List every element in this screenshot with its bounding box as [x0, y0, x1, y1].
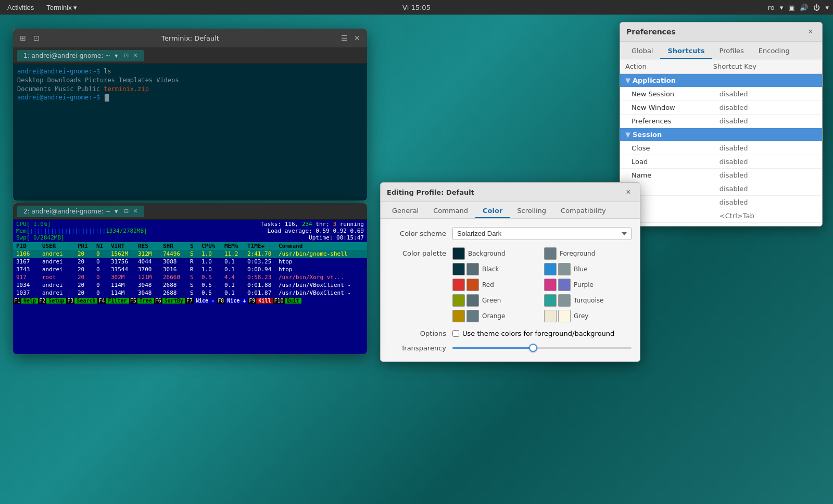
shortcut-row-name[interactable]: Name disabled — [620, 169, 822, 182]
shortcut-row-new-window[interactable]: New Window disabled — [620, 101, 822, 115]
term-line-2: Desktop Downloads Pictures Templates Vid… — [17, 76, 363, 85]
transparency-slider-container[interactable] — [452, 343, 632, 353]
palette-green: Green — [452, 294, 540, 307]
lang-indicator[interactable]: ro — [768, 4, 775, 11]
swatch-orange-2[interactable] — [466, 310, 479, 322]
swatch-blue-2[interactable] — [558, 263, 571, 275]
use-theme-colors-label[interactable]: Use theme colors for foreground/backgrou… — [452, 330, 614, 337]
terminal-tab-max-1[interactable]: ⊡ — [124, 52, 129, 59]
palette-grey: Grey — [544, 310, 632, 322]
terminal-add-tab-btn[interactable]: ⊞ — [17, 33, 29, 43]
swatch-red-1[interactable] — [452, 279, 465, 291]
palette-black: Black — [452, 263, 540, 275]
col-ni: NI — [96, 243, 107, 249]
tab-encoding[interactable]: Encoding — [751, 44, 797, 59]
preferences-title: Preferences — [626, 28, 676, 36]
col-cpu: CPU% — [201, 243, 220, 249]
swatch-grey-2[interactable] — [558, 310, 571, 322]
shortcut-row-close[interactable]: Close disabled — [620, 142, 822, 155]
htop-header: CPU[ 1.0%] Tasks: 116, 234 thr; 3 runnin… — [13, 220, 367, 242]
shortcut-row-ctrl-shift-tab[interactable]: <Ctrl><Shift>Tab — [620, 223, 822, 226]
label-blue: Blue — [574, 266, 588, 273]
shortcut-row-4[interactable]: disabled — [620, 182, 822, 196]
color-palette-label: Color palette — [389, 247, 446, 257]
shortcut-row-preferences[interactable]: Preferences disabled — [620, 115, 822, 128]
swatch-pair-grey — [544, 310, 571, 322]
preferences-content[interactable]: Action Shortcut Key ▼Application New Ses… — [620, 59, 822, 226]
swatch-foreground[interactable] — [544, 247, 557, 260]
profile-tab-color[interactable]: Color — [475, 204, 510, 218]
swatch-grey-1[interactable] — [544, 310, 557, 322]
swatch-black-1[interactable] — [452, 263, 465, 275]
profile-tabs-bar: General Command Color Scrolling Compatib… — [381, 202, 640, 219]
profile-tab-compatibility[interactable]: Compatibility — [553, 204, 613, 218]
htop-footer: F1Help F2Setup F3Search F4Filter F5Tree … — [13, 298, 367, 304]
htop-row-3[interactable]: 917 root 20 0 302M 121M 26660 S 0.5 4.4 … — [13, 273, 367, 281]
swatch-blue-1[interactable] — [544, 263, 557, 275]
htop-content[interactable]: CPU[ 1.0%] Tasks: 116, 234 thr; 3 runnin… — [13, 220, 367, 354]
htop-row-5[interactable]: 1037 andrei 20 0 114M 3048 2688 S 0.5 0.… — [13, 289, 367, 297]
terminal-tab-1[interactable]: 1: andrei@andrei-gnome: ~ ▾ ⊡ ✕ — [17, 50, 144, 61]
terminal-sync-btn[interactable]: ⊡ — [31, 33, 42, 43]
terminal-tab-close-1[interactable]: ✕ — [133, 52, 138, 59]
terminal-tab-2[interactable]: 2: andrei@andrei-gnome: ~ ▾ ⊡ ✕ — [17, 206, 144, 217]
profile-tab-scrolling[interactable]: Scrolling — [510, 204, 553, 218]
cursor-block — [105, 94, 109, 102]
terminal-window-1: ⊞ ⊡ Terminix: Default ☰ ✕ 1: andrei@andr… — [13, 29, 367, 200]
terminal-tab-close-2[interactable]: ✕ — [133, 208, 138, 215]
titlebar-right-icons-1: ☰ ✕ — [338, 33, 363, 43]
shortcut-row-ctrl-tab[interactable]: <Ctrl>Tab — [620, 209, 822, 223]
htop-cpu-row: CPU[ 1.0%] Tasks: 116, 234 thr; 3 runnin… — [16, 221, 364, 228]
palette-turquoise: Turquoise — [544, 294, 632, 307]
profile-tab-command[interactable]: Command — [426, 204, 475, 218]
color-scheme-label: Color scheme — [389, 230, 446, 237]
htop-row-0[interactable]: 1106 andrei 20 0 1562M 312M 74496 S 1.0 … — [13, 250, 367, 258]
use-theme-colors-checkbox[interactable] — [452, 330, 459, 337]
term-line-4: andrei@andrei-gnome:~$ — [17, 93, 363, 102]
tab-profiles[interactable]: Profiles — [712, 44, 751, 59]
color-scheme-select[interactable]: Solarized Dark — [452, 227, 632, 240]
palette-blue: Blue — [544, 263, 632, 275]
swatch-red-2[interactable] — [466, 279, 479, 291]
terminal-menu-btn-1[interactable]: ☰ — [338, 33, 350, 43]
swatch-background[interactable] — [452, 247, 465, 260]
profile-dialog-close-btn[interactable]: × — [623, 187, 634, 197]
shortcut-row-new-session[interactable]: New Session disabled — [620, 87, 822, 101]
swatch-black-2[interactable] — [466, 263, 479, 275]
col-mem: MEM% — [224, 243, 243, 249]
transparency-thumb[interactable] — [529, 344, 537, 352]
swatch-purple-2[interactable] — [558, 279, 571, 291]
swatch-turquoise-1[interactable] — [544, 294, 557, 307]
shortcut-row-5[interactable]: disabled — [620, 196, 822, 209]
activities-button[interactable]: Activities — [4, 3, 37, 12]
volume-icon: 🔊 — [800, 4, 808, 11]
swatch-green-1[interactable] — [452, 294, 465, 307]
label-red: Red — [482, 281, 494, 288]
terminal-tab-label-2: 2: andrei@andrei-gnome: ~ — [23, 208, 110, 215]
terminal-content-1[interactable]: andrei@andrei-gnome:~$ ls Desktop Downlo… — [13, 64, 367, 200]
tab-global[interactable]: Global — [624, 44, 660, 59]
htop-row-2[interactable]: 3743 andrei 20 0 31544 3700 3016 R 1.0 0… — [13, 266, 367, 273]
col-shortcut-key: Shortcut Key — [708, 59, 822, 74]
preferences-close-btn[interactable]: × — [805, 27, 816, 37]
terminal-tab-max-2[interactable]: ⊡ — [124, 208, 129, 215]
swatch-pair-red — [452, 279, 479, 291]
swatch-turquoise-2[interactable] — [558, 294, 571, 307]
htop-row-4[interactable]: 1034 andrei 20 0 114M 3048 2688 S 0.5 0.… — [13, 281, 367, 289]
swatch-green-2[interactable] — [466, 294, 479, 307]
tab-shortcuts[interactable]: Shortcuts — [660, 44, 712, 59]
group-application[interactable]: ▼Application — [620, 74, 822, 87]
app-menu-button[interactable]: Terminix ▾ — [43, 3, 80, 12]
swatch-purple-1[interactable] — [544, 279, 557, 291]
terminal-close-btn-1[interactable]: ✕ — [351, 33, 363, 43]
window-icon: ▣ — [788, 4, 794, 11]
group-session[interactable]: ▼Session — [620, 128, 822, 142]
swatch-pair-turquoise — [544, 294, 571, 307]
profile-tab-general[interactable]: General — [385, 204, 426, 218]
color-scheme-row: Color scheme Solarized Dark — [389, 227, 632, 240]
terminal-window-2: 2: andrei@andrei-gnome: ~ ▾ ⊡ ✕ CPU[ 1.0… — [13, 203, 367, 354]
shortcut-row-load[interactable]: Load disabled — [620, 155, 822, 169]
palette-left: Background Black — [452, 247, 540, 322]
htop-row-1[interactable]: 3167 andrei 20 0 31756 4044 3088 R 1.0 0… — [13, 258, 367, 266]
swatch-orange-1[interactable] — [452, 310, 465, 322]
